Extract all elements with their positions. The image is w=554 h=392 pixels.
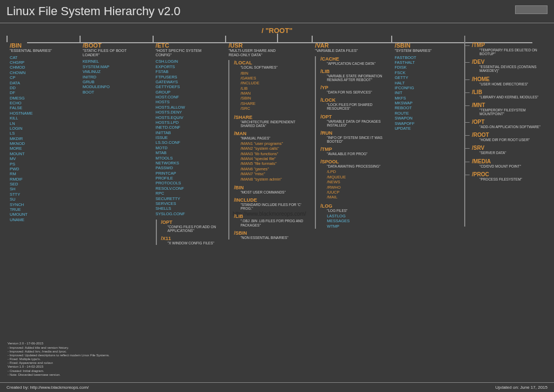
list-item: CHOWN — [10, 70, 77, 75]
list-item: CP — [10, 75, 77, 80]
list-item: PASSWD — [156, 165, 223, 170]
list-item: SYSLOG.CONF — [156, 211, 223, 216]
etc-title: /ETC — [156, 42, 223, 49]
right-entry: /MNT"TEMPERORY FILESYSTEM MOUNTPOINT" — [469, 102, 550, 116]
col-etc: /ETC "HOST SPECFIC SYSTEM CONFIG" CSH.LO… — [153, 42, 223, 248]
list-item: PWD — [10, 167, 77, 171]
list-item: GATEWAYS — [156, 79, 223, 84]
list-item: SERVICES — [156, 201, 223, 206]
footer-updated-on: Updated on: June 17, 2015 — [495, 385, 548, 390]
list-item: /SHARE — [240, 101, 309, 106]
col-usr: /USR "MULTI-USER SHARE AND READ-ONLY DAT… — [225, 42, 309, 248]
etc-items: CSH.LOGINEXPORTSFSTABFTPUSERSGATEWAYSGET… — [156, 59, 223, 216]
sub-title: /LOCAL — [234, 60, 309, 65]
etc-subs: /OPT"CONFIG FILES FOR ADD ON APPLICATION… — [158, 220, 223, 245]
columns-container: /BIN "ESSENTIAL BINARIES" CATCHGRPCHMODC… — [0, 38, 554, 248]
list-item: UMOUNT — [10, 212, 77, 217]
list-item: GETTY — [394, 75, 462, 80]
version-line: - Improved: Updated descriptions to refl… — [8, 354, 110, 357]
sub-title: /OPT — [161, 220, 223, 225]
sub-title: /OPT — [320, 114, 389, 119]
version-line: - Created: Initial diagram. — [8, 369, 110, 373]
sub-title: /SBIN — [234, 230, 309, 236]
list-item: ISSUE — [156, 135, 223, 140]
version-line: - Note: Discarded lowercase version. — [8, 373, 110, 377]
right-desc: "TEMPERORY FILESYSTEM MOUNTPOINT" — [479, 108, 550, 116]
list-item: HOSTS.ALLOW — [156, 105, 223, 110]
list-item: SWAPON — [394, 116, 462, 121]
sub-desc: "LOCAL SOFTWARES" — [240, 65, 309, 69]
right-title: /MEDIA — [472, 158, 550, 164]
sub-desc: "MANUAL PAGES" — [240, 136, 309, 140]
list-item: PS — [10, 162, 77, 167]
sub-desc: "AVAILABLE FOR PROG" — [327, 152, 389, 156]
list-item: /SRC — [240, 106, 309, 111]
sbin-items: FASTBOOTFASTHALTFDISKFSCKGETTYHALTIFCONF… — [394, 55, 462, 131]
list-item: /RWHO — [327, 185, 389, 190]
sub-title: /SPOOL — [320, 159, 389, 164]
usr-subs: /LOCAL"LOCAL SOFTWARES"/BIN/GAMES/INCLUD… — [230, 60, 309, 239]
sub-title: /BIN — [234, 185, 309, 190]
list-item: HOSTS.EQUIV — [156, 115, 223, 120]
list-item: MKNOD — [10, 141, 77, 146]
right-title: /TMP — [472, 42, 550, 48]
list-item: MORE — [10, 146, 77, 151]
sub-title: /YP — [320, 85, 389, 90]
right-desc: "SERVER DATA" — [479, 151, 550, 155]
page-title: Linux File System Hierarchy v2.0 — [6, 4, 181, 18]
list-item: FSTAB — [156, 69, 223, 74]
sub-title: /SHARE — [234, 115, 309, 120]
list-item: RPC — [156, 191, 223, 196]
right-title: /PROC — [472, 171, 550, 177]
right-entry: /MEDIA"CD/DVD MOUNT POINT" — [469, 158, 550, 168]
list-item: /MAN4 "special file" — [240, 156, 309, 161]
right-entry: /TMP"TEMPORARY FILES DELETED ON BOOTUP" — [469, 42, 550, 56]
right-title: /HOME — [472, 76, 550, 82]
etc-desc: "HOST SPECFIC SYSTEM CONFIG" — [156, 49, 210, 57]
sbin-title: /SBIN — [394, 42, 462, 49]
sub-desc: "VARIABLE STATE INFORMATION REMAINS AFTE… — [327, 74, 389, 82]
right-title: /DEV — [472, 59, 550, 65]
right-title: /MNT — [472, 102, 550, 108]
sub-desc: "CONFIG FILES FOR ADD ON APPLICATIONS" — [168, 225, 223, 232]
list-item: MESSAGES — [327, 218, 389, 223]
list-item: UPDATE — [394, 126, 462, 131]
list-item: CAT — [10, 55, 77, 60]
sub-desc: "LOCK FILES FOR SHARED RESOURCES" — [327, 103, 389, 110]
list-item: MTOOLS — [156, 156, 223, 161]
list-item: STTY — [10, 192, 77, 197]
list-item: LASTLOG — [327, 214, 389, 218]
list-item: INITRD — [83, 75, 150, 79]
list-item: SYSTEM.MAP — [83, 64, 150, 69]
col-boot: /BOOT "STATIC FILES OF BOOT LOADER" KERN… — [80, 42, 150, 248]
boot-title: /BOOT — [83, 42, 150, 49]
list-item: HOSTS.DENY — [156, 110, 223, 115]
right-desc: "HOME DIR FOR ROOT USER" — [479, 138, 550, 142]
list-item: VMLINUZ — [83, 69, 150, 74]
var-desc: "VARIABLE DATA FILES" — [315, 49, 369, 53]
right-title: /ROOT — [472, 132, 550, 138]
list-item: /LIB — [240, 86, 309, 91]
usr-desc: "MULTI-USER SHARE AND READ-ONLY DATA" — [228, 49, 282, 57]
sub-title: /LOCK — [320, 97, 389, 103]
list-item: FASTBOOT — [394, 55, 462, 60]
list-item: CHGRP — [10, 60, 77, 65]
list-item: ECHO — [10, 101, 77, 105]
version-line: - Improved: Added title and version hist… — [8, 346, 110, 350]
list-item: IFCONFIG — [394, 85, 462, 90]
list-item: SHELLS — [156, 206, 223, 211]
list-item: NETWORKS — [156, 161, 223, 165]
list-item: DD — [10, 85, 77, 90]
sub-title: /LIB — [234, 214, 309, 219]
sub-desc: "INFO OF SYSTEM SINCE IT WAS BOOTED" — [327, 136, 389, 143]
list-item: ROUTE — [394, 111, 462, 116]
boot-items: KERNELSYSTEM.MAPVMLINUZINITRDGRUBMODULEI… — [83, 59, 150, 95]
list-item: CSH.LOGIN — [156, 59, 223, 64]
right-desc: "CD/DVD MOUNT POINT" — [479, 164, 550, 168]
sub-desc: "X WINDOW CONFIG FILES" — [168, 241, 223, 245]
list-item: /MAN7 "misc" — [240, 171, 309, 176]
right-title: /OPT — [472, 119, 550, 125]
sub-title: /MAN — [234, 131, 309, 136]
sub-desc: "DATA AWAITING PROCESSING" — [327, 164, 389, 168]
version-line: - Fixed: Appearance and colour. — [8, 361, 110, 365]
